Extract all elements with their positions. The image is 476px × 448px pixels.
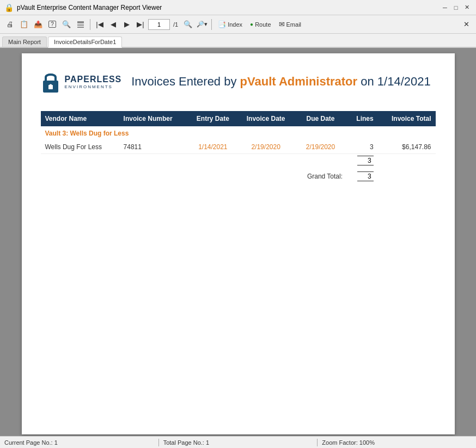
separator-1: [90, 19, 90, 30]
report-table: Vendor Name Invoice Number Entry Date In…: [41, 111, 436, 186]
cell-vendor-name: Wells Dug For Less: [41, 140, 119, 154]
minimize-button[interactable]: ─: [440, 3, 450, 13]
col-lines: Lines: [347, 111, 378, 126]
help-button[interactable]: ?: [46, 18, 59, 31]
content-area: PAPERLESS ENVIRONMENTS Invoices Entered …: [0, 48, 476, 436]
logo-lock-icon: [41, 70, 60, 94]
logo-paperless: PAPERLESS: [65, 75, 122, 84]
tab-main-report[interactable]: Main Report: [2, 36, 47, 47]
search-page-button[interactable]: 🔍: [181, 18, 194, 31]
title-bar-controls: ─ □ ✕: [440, 3, 472, 13]
close-button[interactable]: ✕: [462, 3, 472, 13]
export-button[interactable]: 📤: [32, 18, 45, 31]
nav-controls: |◀ ◀ ▶ ▶|: [93, 18, 147, 31]
report-title-suffix: on 1/14/2021: [357, 75, 431, 88]
unknown-button[interactable]: [74, 18, 87, 31]
col-invoice-date: Invoice Date: [237, 111, 294, 126]
title-bar: 🔒 pVault Enterprise Content Manager Repo…: [0, 0, 476, 15]
index-button[interactable]: 📑 Index: [215, 18, 246, 31]
status-separator-2: [317, 439, 318, 446]
cell-entry-date: 1/14/2021: [188, 140, 237, 154]
status-total-page: Total Page No.: 1: [163, 439, 313, 446]
status-bar: Current Page No.: 1 Total Page No.: 1 Zo…: [0, 436, 476, 448]
svg-rect-1: [77, 24, 84, 26]
print-button[interactable]: 🖨: [3, 18, 16, 31]
tab-invoice-details[interactable]: InvoiceDetailsForDate1: [48, 36, 122, 48]
window-title: pVault Enterprise Content Manager Report…: [17, 4, 162, 11]
subtotal-row: 3: [41, 154, 436, 168]
first-page-button[interactable]: |◀: [93, 18, 106, 31]
vendor-group-label: Vault 3: Wells Dug for Less: [41, 126, 436, 140]
col-invoice-total: Invoice Total: [378, 111, 436, 126]
cell-invoice-date: 2/19/2020: [237, 140, 294, 154]
col-vendor-name: Vendor Name: [41, 111, 119, 126]
subtotal-lines-cell: 3: [347, 154, 378, 168]
title-bar-left: 🔒 pVault Enterprise Content Manager Repo…: [4, 3, 162, 12]
page-number-input[interactable]: 1: [148, 19, 170, 30]
report-title-prefix: Invoices Entered by: [131, 75, 240, 88]
route-icon: ●: [250, 21, 253, 27]
separator-2: [211, 19, 212, 30]
grand-total-value: 3: [357, 171, 374, 181]
svg-rect-0: [77, 21, 84, 23]
find-button[interactable]: 🔍: [60, 18, 73, 31]
col-entry-date: Entry Date: [188, 111, 237, 126]
tabs-bar: Main Report InvoiceDetailsForDate1: [0, 34, 476, 48]
vendor-group-row: Vault 3: Wells Dug for Less: [41, 126, 436, 140]
prev-page-button[interactable]: ◀: [107, 18, 120, 31]
report-title: Invoices Entered by pVault Administrator…: [131, 75, 430, 89]
close-panel-button[interactable]: ✕: [460, 18, 473, 31]
page-total: /1: [173, 21, 178, 28]
logo-text: PAPERLESS ENVIRONMENTS: [65, 75, 122, 89]
grand-total-value-cell: 3: [347, 167, 378, 186]
subtotal-total-cell: [378, 154, 436, 168]
toolbar: 🖨 📋 📤 ? 🔍 |◀ ◀ ▶ ▶| 1 /1 🔍 🔎▾ 📑 Index ● …: [0, 15, 476, 34]
logo-environments: ENVIRONMENTS: [65, 84, 122, 89]
email-icon: ✉: [279, 20, 285, 28]
report-header: PAPERLESS ENVIRONMENTS Invoices Entered …: [41, 70, 436, 98]
status-zoom: Zoom Factor: 100%: [322, 439, 472, 446]
report-scroll-area[interactable]: PAPERLESS ENVIRONMENTS Invoices Entered …: [0, 48, 476, 436]
subtotal-lines-value: 3: [357, 156, 374, 165]
table-header: Vendor Name Invoice Number Entry Date In…: [41, 111, 436, 126]
grand-total-row: Grand Total: 3: [41, 167, 436, 186]
svg-point-6: [49, 84, 52, 87]
report-page: PAPERLESS ENVIRONMENTS Invoices Entered …: [22, 53, 455, 434]
email-button[interactable]: ✉ Email: [276, 18, 305, 31]
cell-invoice-number: 74811: [119, 140, 188, 154]
app-icon: 🔒: [4, 3, 14, 12]
status-current-page: Current Page No.: 1: [4, 439, 154, 446]
col-invoice-number: Invoice Number: [119, 111, 188, 126]
last-page-button[interactable]: ▶|: [134, 18, 147, 31]
table-row: Wells Dug For Less 74811 1/14/2021 2/19/…: [41, 140, 436, 154]
table-body: Vault 3: Wells Dug for Less Wells Dug Fo…: [41, 126, 436, 186]
next-page-button[interactable]: ▶: [120, 18, 133, 31]
copy-button[interactable]: 📋: [17, 18, 30, 31]
svg-rect-2: [77, 27, 84, 28]
zoom-button[interactable]: 🔎▾: [196, 18, 209, 31]
cell-due-date: 2/19/2020: [294, 140, 347, 154]
col-due-date: Due Date: [294, 111, 347, 126]
header-row: Vendor Name Invoice Number Entry Date In…: [41, 111, 436, 126]
cell-lines: 3: [347, 140, 378, 154]
status-separator-1: [158, 439, 159, 446]
cell-invoice-total: $6,147.86: [378, 140, 436, 154]
logo-container: PAPERLESS ENVIRONMENTS: [41, 70, 122, 94]
grand-total-label: Grand Total:: [294, 167, 347, 186]
report-title-highlight: pVault Administrator: [240, 75, 358, 88]
maximize-button[interactable]: □: [451, 3, 461, 13]
subtotal-spacer: [41, 154, 347, 168]
route-button[interactable]: ● Route: [247, 18, 274, 31]
